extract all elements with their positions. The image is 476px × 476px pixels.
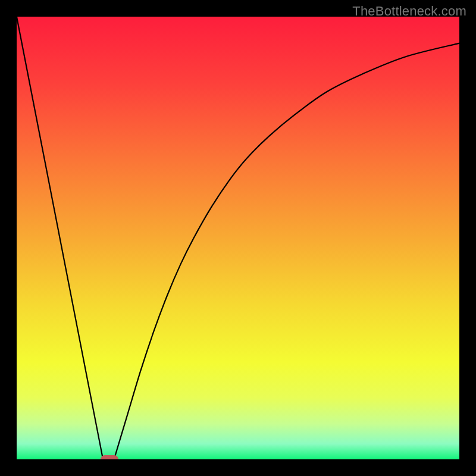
bottleneck-marker xyxy=(101,455,118,459)
watermark-text: TheBottleneck.com xyxy=(352,4,466,19)
right-curve-line xyxy=(114,43,459,459)
plot-area xyxy=(17,17,459,459)
left-slope-line xyxy=(17,17,103,459)
chart-curves xyxy=(17,17,459,459)
chart-frame: TheBottleneck.com xyxy=(0,0,476,476)
